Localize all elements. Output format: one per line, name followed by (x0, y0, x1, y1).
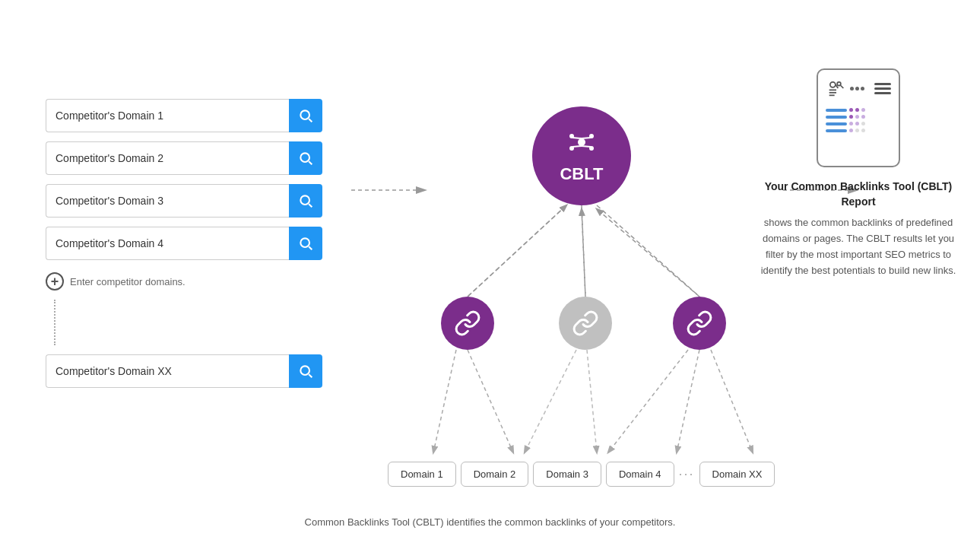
cblt-icon (568, 129, 595, 161)
svg-line-30 (572, 138, 582, 138)
svg-line-10 (468, 205, 566, 297)
report-icon-top (826, 78, 891, 99)
search-icon (298, 108, 313, 123)
link-circle-right (673, 297, 726, 350)
svg-line-14 (582, 205, 585, 297)
svg-point-38 (830, 82, 836, 87)
link-circle-left (441, 297, 494, 350)
domain-input-1[interactable] (46, 99, 289, 132)
input-row-3 (46, 184, 322, 218)
svg-point-25 (578, 138, 585, 146)
input-row-2 (46, 141, 322, 175)
svg-point-4 (300, 195, 309, 205)
domain-boxes: Domain 1 Domain 2 Domain 3 Domain 4 ··· … (388, 462, 813, 487)
svg-line-16 (433, 350, 456, 452)
search-button-4[interactable] (289, 227, 322, 260)
domain-box-3: Domain 3 (533, 462, 601, 487)
report-icon (817, 68, 900, 167)
link-circle-center (559, 297, 612, 350)
svg-line-18 (525, 350, 576, 452)
left-panel: + Enter competitor domains. (46, 99, 322, 388)
add-more-section: + Enter competitor domains. (46, 272, 322, 291)
svg-point-8 (300, 366, 309, 375)
svg-line-5 (309, 204, 312, 207)
input-row-4 (46, 227, 322, 260)
dots-separator: ··· (679, 466, 695, 482)
search-button-3[interactable] (289, 184, 322, 218)
cblt-label: CBLT (560, 164, 603, 184)
input-row-1 (46, 99, 322, 132)
right-panel: Your Common Backlinks Tool (CBLT) Report… (760, 68, 957, 278)
center-diagram: CBLT Domain 1 Domain 2 (373, 46, 813, 502)
domain-input-4[interactable] (46, 227, 289, 260)
svg-marker-35 (416, 186, 427, 194)
domain-box-2: Domain 2 (461, 462, 529, 487)
svg-line-20 (608, 350, 688, 452)
main-container: + Enter competitor domains. (0, 0, 980, 543)
search-icon-4 (298, 236, 313, 251)
svg-line-19 (587, 350, 597, 452)
svg-line-12 (597, 209, 699, 297)
svg-point-0 (300, 110, 309, 119)
add-domain-button[interactable]: + (46, 272, 64, 291)
svg-point-42 (837, 82, 841, 86)
svg-line-7 (309, 246, 312, 249)
svg-line-31 (582, 138, 591, 138)
search-icon-3 (298, 193, 313, 208)
svg-line-21 (677, 350, 699, 452)
add-label: Enter competitor domains. (70, 276, 186, 287)
search-button-xx[interactable] (289, 354, 322, 388)
svg-point-2 (300, 153, 309, 162)
cblt-circle: CBLT (532, 106, 631, 205)
svg-line-32 (572, 146, 582, 147)
input-row-xx (46, 354, 322, 388)
right-desc: shows the common backlinks of predefined… (760, 215, 957, 278)
svg-line-43 (841, 86, 844, 89)
bottom-caption: Common Backlinks Tool (CBLT) identifies … (305, 516, 676, 528)
search-button-1[interactable] (289, 99, 322, 132)
svg-line-1 (309, 119, 312, 122)
svg-line-3 (309, 161, 312, 164)
svg-line-22 (711, 350, 753, 452)
domain-input-xx[interactable] (46, 354, 289, 388)
svg-line-13 (468, 205, 566, 297)
domain-box-4: Domain 4 (606, 462, 674, 487)
arrow-input-to-cblt (351, 183, 427, 198)
search-icon-xx (298, 364, 313, 379)
domain-input-3[interactable] (46, 184, 289, 218)
domain-input-2[interactable] (46, 141, 289, 175)
svg-line-9 (309, 374, 312, 377)
domain-box-1: Domain 1 (388, 462, 456, 487)
dotted-separator (54, 300, 322, 345)
right-title: Your Common Backlinks Tool (CBLT) Report (760, 179, 957, 209)
svg-point-6 (300, 238, 309, 247)
svg-line-15 (597, 205, 699, 297)
svg-line-11 (582, 209, 585, 297)
svg-line-17 (468, 350, 513, 452)
search-button-2[interactable] (289, 141, 322, 175)
search-icon-2 (298, 151, 313, 166)
svg-line-33 (582, 146, 591, 147)
domain-box-xx: Domain XX (699, 462, 775, 487)
